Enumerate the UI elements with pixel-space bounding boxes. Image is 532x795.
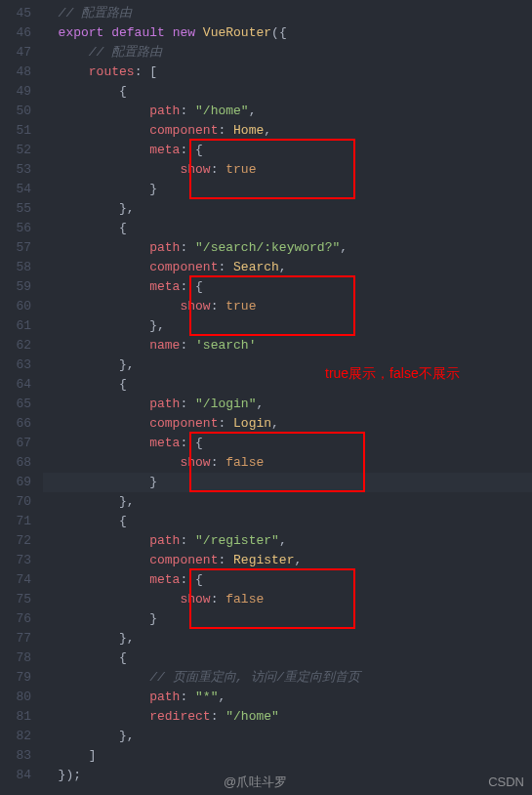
code-line[interactable]: path: "*", bbox=[43, 688, 532, 707]
code-line[interactable]: // 页面重定向, 访问/重定向到首页 bbox=[43, 668, 532, 688]
line-number: 72 bbox=[8, 531, 31, 551]
token: : bbox=[180, 240, 195, 255]
code-line[interactable]: meta: { bbox=[43, 434, 532, 453]
token: path bbox=[149, 397, 180, 411]
line-number: 81 bbox=[8, 707, 31, 727]
token: : bbox=[180, 338, 195, 353]
token: false bbox=[225, 455, 264, 470]
code-line[interactable]: }, bbox=[43, 492, 532, 512]
token: name bbox=[149, 338, 180, 353]
token: : { bbox=[180, 279, 202, 294]
line-number: 60 bbox=[8, 297, 31, 316]
code-line[interactable]: { bbox=[43, 512, 532, 531]
code-line[interactable]: }, bbox=[43, 727, 532, 746]
token: : bbox=[218, 123, 233, 138]
code-line[interactable]: show: true bbox=[43, 160, 532, 180]
token: path bbox=[149, 240, 180, 255]
token: , bbox=[264, 123, 271, 138]
line-number: 64 bbox=[8, 375, 31, 395]
token: , bbox=[218, 690, 225, 704]
code-line[interactable]: } bbox=[43, 473, 532, 492]
token: : [ bbox=[135, 64, 157, 79]
line-number: 63 bbox=[8, 356, 31, 375]
token: routes bbox=[89, 64, 135, 79]
token: Home bbox=[233, 123, 264, 138]
code-line[interactable]: path: "/search/:keyword?", bbox=[43, 238, 532, 258]
code-line[interactable]: path: "/login", bbox=[43, 395, 532, 414]
token: Register bbox=[233, 553, 294, 567]
code-line[interactable]: meta: { bbox=[43, 141, 532, 160]
token: "/register" bbox=[195, 533, 279, 548]
token: new bbox=[173, 25, 203, 40]
token: : bbox=[218, 416, 233, 431]
line-number: 82 bbox=[8, 727, 31, 746]
token: }, bbox=[119, 357, 135, 372]
line-number: 74 bbox=[8, 570, 31, 590]
code-line[interactable]: // 配置路由 bbox=[43, 4, 532, 23]
token: meta bbox=[149, 279, 180, 294]
token: , bbox=[340, 240, 348, 255]
token: , bbox=[279, 260, 287, 274]
code-line[interactable]: component: Register, bbox=[43, 551, 532, 570]
code-line[interactable]: } bbox=[43, 609, 532, 629]
code-line[interactable]: show: false bbox=[43, 453, 532, 473]
code-line[interactable]: } bbox=[43, 180, 532, 199]
token: : bbox=[211, 455, 226, 470]
token: : bbox=[211, 299, 226, 314]
token: 'search' bbox=[195, 338, 256, 353]
code-line[interactable]: component: Login, bbox=[43, 414, 532, 434]
code-line[interactable]: ] bbox=[43, 746, 532, 766]
code-line[interactable]: { bbox=[43, 649, 532, 668]
token: { bbox=[119, 221, 127, 235]
line-number-gutter: 4546474849505152535455565758596061626364… bbox=[0, 0, 43, 795]
code-line[interactable]: meta: { bbox=[43, 570, 532, 590]
code-line[interactable]: }, bbox=[43, 316, 532, 336]
token: VueRouter bbox=[203, 25, 271, 40]
token: // 页面重定向, 访问/重定向到首页 bbox=[149, 670, 360, 685]
code-line[interactable]: }, bbox=[43, 629, 532, 649]
token: // 配置路由 bbox=[89, 45, 162, 60]
code-line[interactable]: { bbox=[43, 82, 532, 102]
code-line[interactable]: component: Search, bbox=[43, 258, 532, 277]
code-line[interactable]: }, bbox=[43, 199, 532, 219]
token: false bbox=[225, 592, 264, 607]
token: ({ bbox=[271, 25, 287, 40]
code-line[interactable]: routes: [ bbox=[43, 63, 532, 82]
token: }); bbox=[59, 768, 81, 782]
watermark-csdn: CSDN bbox=[488, 774, 524, 789]
token: path bbox=[149, 533, 180, 548]
token: }, bbox=[149, 318, 165, 333]
token: component bbox=[149, 260, 218, 274]
code-line[interactable]: { bbox=[43, 219, 532, 238]
code-line[interactable]: path: "/home", bbox=[43, 102, 532, 121]
line-number: 45 bbox=[8, 4, 31, 23]
token: , bbox=[279, 533, 287, 548]
code-line[interactable]: component: Home, bbox=[43, 121, 532, 141]
token: meta bbox=[149, 436, 180, 450]
code-line[interactable]: export default new VueRouter({ bbox=[43, 23, 532, 43]
line-number: 66 bbox=[8, 414, 31, 434]
code-line[interactable]: redirect: "/home" bbox=[43, 707, 532, 727]
token: Search bbox=[233, 260, 279, 274]
line-number: 69 bbox=[8, 473, 31, 492]
token: path bbox=[149, 690, 180, 704]
code-line[interactable]: }); bbox=[43, 766, 532, 785]
token: : bbox=[211, 709, 226, 724]
code-line[interactable]: show: false bbox=[43, 590, 532, 609]
code-editor[interactable]: 4546474849505152535455565758596061626364… bbox=[0, 0, 532, 795]
line-number: 57 bbox=[8, 238, 31, 258]
line-number: 51 bbox=[8, 121, 31, 141]
line-number: 76 bbox=[8, 609, 31, 629]
code-line[interactable]: name: 'search' bbox=[43, 336, 532, 356]
token: true bbox=[225, 162, 256, 177]
token: : bbox=[180, 397, 195, 411]
token: , bbox=[256, 397, 264, 411]
code-line[interactable]: // 配置路由 bbox=[43, 43, 532, 63]
code-line[interactable]: path: "/register", bbox=[43, 531, 532, 551]
token: }, bbox=[119, 201, 135, 216]
code-line[interactable]: meta: { bbox=[43, 277, 532, 297]
code-area[interactable]: // 配置路由 export default new VueRouter({ /… bbox=[43, 0, 532, 795]
code-line[interactable]: show: true bbox=[43, 297, 532, 316]
token: default bbox=[111, 25, 172, 40]
token: component bbox=[149, 553, 218, 567]
